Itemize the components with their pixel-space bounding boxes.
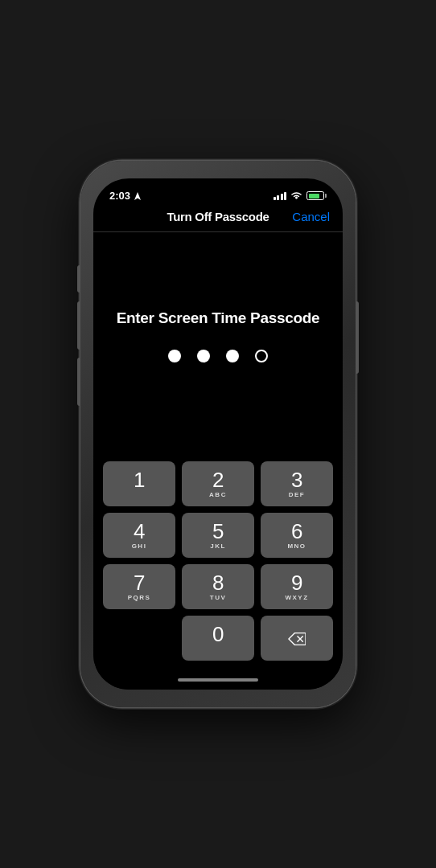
passcode-dot-3 — [226, 350, 239, 362]
signal-bar-4 — [284, 192, 286, 200]
passcode-dot-4 — [255, 350, 268, 362]
battery — [306, 191, 327, 200]
key-8[interactable]: 8 TUV — [182, 564, 254, 609]
status-time: 2:03 — [109, 190, 141, 202]
status-icons — [274, 191, 327, 200]
keypad-area: 1 2 ABC 3 DEF 4 GHI 5 JKL — [93, 455, 343, 674]
passcode-dots — [168, 350, 268, 362]
key-3[interactable]: 3 DEF — [261, 461, 333, 506]
battery-tip — [325, 194, 327, 198]
signal-bars — [274, 192, 287, 200]
nav-bar: Turn Off Passcode Cancel — [93, 205, 343, 232]
key-2[interactable]: 2 ABC — [182, 461, 254, 506]
signal-bar-2 — [277, 195, 279, 200]
phone-screen: 2:03 — [93, 178, 343, 690]
key-9[interactable]: 9 WXYZ — [261, 564, 333, 609]
battery-fill — [309, 194, 320, 199]
key-5[interactable]: 5 JKL — [182, 513, 254, 558]
battery-body — [306, 191, 324, 200]
mute-button — [77, 265, 80, 293]
home-indicator — [93, 674, 343, 690]
cancel-button[interactable]: Cancel — [292, 210, 330, 223]
location-icon — [134, 192, 141, 200]
key-7[interactable]: 7 PQRS — [103, 564, 175, 609]
passcode-dot-2 — [197, 350, 210, 362]
key-6[interactable]: 6 MNO — [261, 513, 333, 558]
prompt-title: Enter Screen Time Passcode — [101, 309, 336, 327]
key-empty — [103, 616, 175, 661]
phone-frame: 2:03 — [80, 161, 356, 707]
keypad-grid: 1 2 ABC 3 DEF 4 GHI 5 JKL — [103, 461, 333, 661]
signal-bar-3 — [281, 194, 283, 200]
key-0[interactable]: 0 — [182, 616, 254, 661]
home-bar — [178, 678, 258, 682]
backspace-icon — [288, 632, 306, 646]
passcode-dot-1 — [168, 350, 181, 362]
key-1[interactable]: 1 — [103, 461, 175, 506]
signal-bar-1 — [274, 197, 276, 200]
wifi-icon — [290, 191, 302, 200]
content-area: Enter Screen Time Passcode — [93, 232, 343, 455]
delete-button[interactable] — [261, 616, 333, 661]
volume-down-button — [77, 358, 80, 406]
power-button — [356, 301, 359, 374]
nav-title: Turn Off Passcode — [167, 210, 269, 223]
notch — [166, 178, 270, 201]
volume-up-button — [77, 301, 80, 350]
time-display: 2:03 — [109, 190, 130, 202]
key-4[interactable]: 4 GHI — [103, 513, 175, 558]
